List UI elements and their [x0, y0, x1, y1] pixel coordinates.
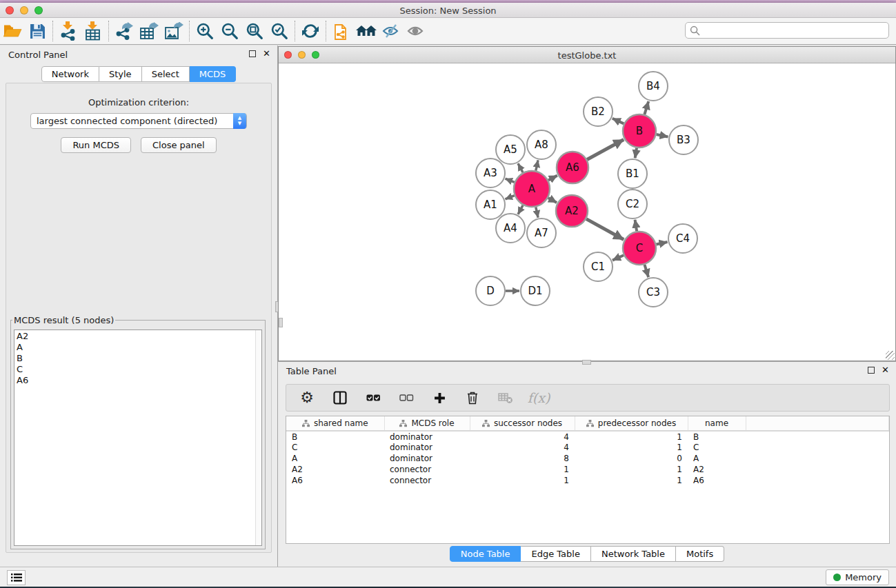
cell-name[interactable]: C — [688, 442, 746, 453]
node-B4[interactable]: B4 — [639, 72, 668, 101]
column-header-shared-name[interactable]: shared name — [286, 416, 384, 431]
node-B3[interactable]: B3 — [669, 125, 698, 154]
column-header-predecessor-nodes[interactable]: predecessor nodes — [575, 416, 688, 431]
cell-name[interactable]: A2 — [688, 464, 746, 475]
network-canvas[interactable]: B4B2BB3A5A8A6A3AB1A1C2A2A4A7C4CC1C3DD1 — [279, 64, 895, 361]
cell-shared-name[interactable]: C — [286, 442, 384, 453]
table-row[interactable]: Adominator80A — [286, 453, 889, 464]
node-table[interactable]: shared nameMCDS rolesuccessor nodesprede… — [286, 416, 890, 544]
node-C1[interactable]: C1 — [584, 252, 613, 281]
edge-A6-B[interactable] — [587, 139, 624, 159]
cell-name[interactable]: A6 — [688, 475, 746, 486]
cell-name[interactable]: B — [688, 431, 746, 442]
select-all-columns-button[interactable] — [365, 389, 381, 407]
edge-C-C3[interactable] — [644, 265, 648, 277]
memory-button[interactable]: Memory — [826, 569, 889, 585]
edge-A-A6[interactable] — [548, 176, 557, 181]
zoom-fit-button[interactable] — [242, 20, 267, 42]
node-C2[interactable]: C2 — [618, 190, 647, 219]
mcds-result-item[interactable]: A6 — [17, 375, 261, 386]
node-D1[interactable]: D1 — [521, 276, 550, 305]
cell-shared-name[interactable]: A2 — [286, 464, 384, 475]
tab-mcds[interactable]: MCDS — [190, 66, 237, 82]
tab-node-table[interactable]: Node Table — [450, 546, 521, 562]
cell-successor-nodes[interactable]: 4 — [470, 442, 575, 453]
search-input[interactable] — [703, 23, 888, 37]
table-settings-button[interactable]: ⚙ — [299, 389, 315, 407]
result-scrollbar[interactable] — [255, 330, 261, 545]
table-row[interactable]: A2connector11A2 — [286, 464, 889, 475]
cell-successor-nodes[interactable]: 1 — [470, 475, 575, 486]
column-header-name[interactable]: name — [688, 416, 746, 431]
zoom-in-button[interactable] — [192, 20, 217, 42]
zoom-out-button[interactable] — [217, 20, 242, 42]
edge-B-B4[interactable] — [644, 101, 648, 114]
node-A8[interactable]: A8 — [527, 130, 556, 159]
node-D[interactable]: D — [476, 276, 505, 305]
cell-mcds-role[interactable]: dominator — [384, 431, 470, 442]
cell-shared-name[interactable]: B — [286, 431, 384, 442]
edge-B-B1[interactable] — [635, 148, 637, 159]
node-B2[interactable]: B2 — [584, 97, 613, 126]
edge-A-A3[interactable] — [505, 179, 514, 182]
node-A1[interactable]: A1 — [476, 190, 505, 219]
tab-network-table[interactable]: Network Table — [591, 546, 676, 562]
node-B[interactable]: B — [623, 114, 656, 148]
cell-successor-nodes[interactable]: 8 — [470, 453, 575, 464]
task-history-button[interactable] — [7, 570, 26, 585]
node-C4[interactable]: C4 — [668, 224, 697, 253]
edge-C-C1[interactable] — [613, 255, 624, 260]
table-row[interactable]: A6connector11A6 — [286, 475, 889, 486]
edge-A-A2[interactable] — [548, 198, 557, 203]
close-panel-button[interactable]: Close panel — [141, 137, 217, 153]
new-network-from-file-button[interactable] — [329, 20, 354, 42]
show-columns-button[interactable] — [332, 389, 348, 407]
edge-C-C2[interactable] — [635, 220, 637, 232]
node-A[interactable]: A — [514, 171, 550, 207]
edge-B-B3[interactable] — [656, 134, 668, 136]
edge-A-A1[interactable] — [505, 196, 514, 199]
export-image-button[interactable] — [161, 20, 186, 42]
edge-C-C4[interactable] — [656, 242, 667, 245]
mcds-result-item[interactable]: C — [17, 364, 261, 375]
cell-mcds-role[interactable]: dominator — [384, 442, 470, 453]
import-network-button[interactable] — [56, 20, 81, 42]
edge-A-A7[interactable] — [536, 207, 538, 217]
export-table-button[interactable] — [137, 20, 161, 42]
cell-successor-nodes[interactable]: 4 — [470, 431, 575, 442]
table-row[interactable]: Cdominator41C — [286, 442, 889, 453]
cell-successor-nodes[interactable]: 1 — [470, 464, 575, 475]
edge-B-B2[interactable] — [613, 119, 624, 124]
node-A6[interactable]: A6 — [557, 152, 588, 183]
cell-mcds-role[interactable]: connector — [384, 475, 470, 486]
canvas-left-handle[interactable] — [279, 318, 283, 327]
edge-A-A8[interactable] — [536, 160, 538, 170]
column-header-mcds-role[interactable]: MCDS role — [384, 416, 470, 431]
deselect-all-columns-button[interactable] — [398, 389, 415, 407]
tab-select[interactable]: Select — [142, 66, 190, 82]
tab-style[interactable]: Style — [99, 66, 142, 82]
column-header-successor-nodes[interactable]: successor nodes — [470, 416, 575, 431]
edge-A-A5[interactable] — [518, 163, 523, 172]
node-B1[interactable]: B1 — [618, 159, 647, 188]
save-session-button[interactable] — [25, 20, 50, 42]
float-panel-icon[interactable] — [249, 50, 256, 57]
window-resize-grip[interactable] — [886, 351, 895, 360]
export-network-button[interactable] — [112, 20, 137, 42]
node-C[interactable]: C — [623, 232, 656, 265]
close-table-panel-icon[interactable]: ✕ — [882, 367, 889, 374]
node-A4[interactable]: A4 — [496, 214, 525, 243]
network-graph[interactable]: B4B2BB3A5A8A6A3AB1A1C2A2A4A7C4CC1C3DD1 — [279, 64, 895, 361]
node-A3[interactable]: A3 — [476, 159, 505, 187]
tab-edge-table[interactable]: Edge Table — [521, 546, 590, 562]
cell-mcds-role[interactable]: connector — [384, 464, 470, 475]
float-table-panel-icon[interactable] — [868, 367, 875, 374]
zoom-selected-button[interactable] — [267, 20, 292, 42]
delete-columns-button[interactable] — [464, 389, 481, 407]
mcds-result-item[interactable]: A2 — [17, 331, 261, 342]
apply-layout-button[interactable] — [298, 20, 323, 42]
node-A2[interactable]: A2 — [556, 195, 588, 227]
open-session-button[interactable] — [0, 20, 25, 42]
cell-shared-name[interactable]: A — [286, 453, 384, 464]
create-column-button[interactable] — [431, 389, 448, 407]
